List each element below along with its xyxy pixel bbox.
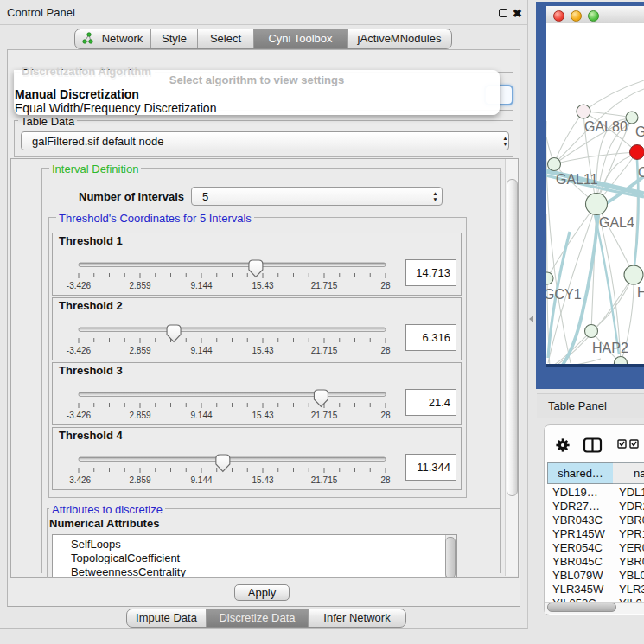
svg-text:H: H <box>637 285 644 300</box>
svg-text:GAL4: GAL4 <box>599 215 634 230</box>
svg-text:GAL11: GAL11 <box>556 172 598 187</box>
svg-text:GA: GA <box>635 124 644 139</box>
svg-text:GAL80: GAL80 <box>584 119 628 134</box>
svg-text:GCY1: GCY1 <box>546 287 582 302</box>
svg-text:HAP2: HAP2 <box>592 341 628 355</box>
svg-text:C: C <box>638 165 644 180</box>
